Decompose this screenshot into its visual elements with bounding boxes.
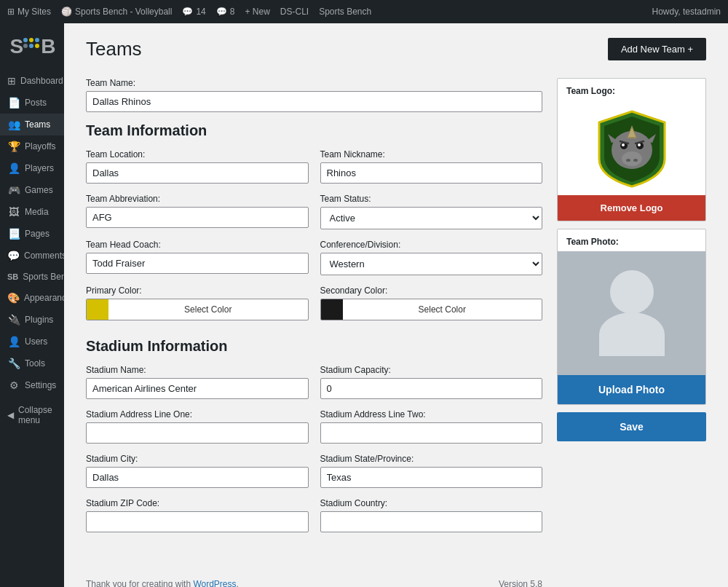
team-nickname-input[interactable] <box>320 162 543 184</box>
adminbar-comments[interactable]: 💬 14 <box>182 7 205 17</box>
team-nickname-label: Team Nickname: <box>320 149 543 159</box>
conference-division-group: Conference/Division: Western Eastern Cen… <box>320 240 543 275</box>
sidebar-item-media[interactable]: 🖼 Media <box>0 201 64 223</box>
stadium-capacity-input[interactable] <box>320 378 543 399</box>
add-new-team-button[interactable]: Add New Team + <box>608 38 706 60</box>
admin-bar: ⊞ My Sites 🏐 Sports Bench - Volleyball 💬… <box>0 0 728 23</box>
logo-dot-1 <box>23 38 28 42</box>
secondary-color-label: Secondary Color: <box>320 285 543 296</box>
media-icon: 🖼 <box>7 206 20 218</box>
posts-icon: 📄 <box>7 97 20 109</box>
sidebar-item-tools[interactable]: 🔧 Tools <box>0 352 64 374</box>
ds-cli-label: DS-CLI <box>280 7 309 17</box>
footer: Thank you for creating with WordPress. V… <box>86 572 542 587</box>
sidebar-item-dashboard[interactable]: ⊞ Dashboard <box>0 70 64 92</box>
conference-division-select[interactable]: Western Eastern Central <box>320 253 543 275</box>
primary-color-label: Primary Color: <box>86 285 309 296</box>
collapse-menu[interactable]: ◀ Collapse menu <box>0 399 64 431</box>
new-label: + New <box>245 7 269 17</box>
sidebar-item-settings[interactable]: ⚙ Settings <box>0 374 64 396</box>
stadium-state-input[interactable] <box>320 467 543 488</box>
team-name-input[interactable] <box>86 91 542 112</box>
sidebar-item-comments[interactable]: 💬 Comments 6 <box>0 245 64 267</box>
primary-color-select-button[interactable]: Select Color <box>108 304 308 315</box>
footer-version: Version 5.8 <box>499 579 542 587</box>
stadium-city-group: Stadium City: <box>86 454 309 488</box>
sidebar-item-plugins[interactable]: 🔌 Plugins <box>0 309 64 331</box>
rhino-logo-image <box>592 108 672 188</box>
sidebar-item-teams[interactable]: 👥 Teams <box>0 114 64 135</box>
sidebar-nav: ⊞ Dashboard 📄 Posts 👥 Teams 🏆 Playoffs 👤… <box>0 70 64 396</box>
collapse-label: Collapse menu <box>18 405 57 425</box>
players-icon: 👤 <box>7 162 20 174</box>
stadium-info-section-title: Stadium Information <box>86 338 542 355</box>
secondary-color-picker[interactable]: Select Color <box>320 299 543 320</box>
stadium-country-input[interactable] <box>320 511 543 532</box>
stadium-country-group: Stadium Country: <box>320 498 543 532</box>
pages-icon: 📃 <box>7 228 20 240</box>
sidebar-item-users[interactable]: 👤 Users <box>0 331 64 352</box>
primary-color-picker[interactable]: Select Color <box>86 299 309 320</box>
secondary-color-select-button[interactable]: Select Color <box>343 304 542 315</box>
primary-color-swatch <box>87 299 108 320</box>
team-abbreviation-group: Team Abbreviation: <box>86 194 309 229</box>
games-icon: 🎮 <box>7 184 20 196</box>
stadium-name-input[interactable] <box>86 378 309 399</box>
team-head-coach-label: Team Head Coach: <box>86 240 309 250</box>
sidebar-item-games[interactable]: 🎮 Games <box>0 179 64 201</box>
logo-dot-4 <box>23 44 28 48</box>
team-location-input[interactable] <box>86 162 309 184</box>
stadium-zip-input[interactable] <box>86 511 309 532</box>
form-area: Team Name: Team Information Team Locatio… <box>86 78 542 587</box>
stadium-address2-input[interactable] <box>320 422 543 444</box>
stadium-address2-label: Stadium Address Line Two: <box>320 409 543 419</box>
adminbar-new[interactable]: + New <box>245 7 269 17</box>
wp-icon: ⊞ <box>7 7 15 17</box>
adminbar-updates[interactable]: 💬 8 <box>216 7 235 17</box>
adminbar-my-sites[interactable]: ⊞ My Sites <box>7 7 51 17</box>
team-head-coach-input[interactable] <box>86 253 309 274</box>
stadium-address1-input[interactable] <box>86 422 309 444</box>
comments-nav-icon: 💬 <box>7 250 20 261</box>
svg-point-3 <box>622 143 625 146</box>
upload-photo-button[interactable]: Upload Photo <box>558 375 705 404</box>
adminbar-site-name[interactable]: 🏐 Sports Bench - Volleyball <box>61 7 172 17</box>
logo-dot-6 <box>35 44 39 48</box>
team-photo-label: Team Photo: <box>558 229 705 251</box>
team-photo-panel: Team Photo: Upload Photo <box>557 229 706 405</box>
team-status-select[interactable]: Active Inactive <box>320 207 543 229</box>
adminbar-ds-cli[interactable]: DS-CLI <box>280 7 309 17</box>
team-status-label: Team Status: <box>320 194 543 204</box>
stadium-country-label: Stadium Country: <box>320 498 543 508</box>
sidebar-item-pages[interactable]: 📃 Pages <box>0 223 64 245</box>
sports-bench-adminbar-label: Sports Bench <box>319 7 371 17</box>
sidebar-item-posts[interactable]: 📄 Posts <box>0 92 64 114</box>
avatar-placeholder <box>599 270 665 356</box>
team-abbreviation-input[interactable] <box>86 207 309 228</box>
sidebar-item-appearance[interactable]: 🎨 Appearance <box>0 287 64 309</box>
avatar-body <box>599 312 665 356</box>
team-location-label: Team Location: <box>86 149 309 159</box>
adminbar-sports-bench[interactable]: Sports Bench <box>319 7 371 17</box>
updates-icon: 💬 <box>216 7 227 17</box>
footer-wordpress-link[interactable]: WordPress <box>193 579 236 587</box>
team-logo-panel: Team Logo: <box>557 78 706 221</box>
site-icon: 🏐 <box>61 7 72 17</box>
remove-logo-button[interactable]: Remove Logo <box>558 195 705 221</box>
stadium-city-input[interactable] <box>86 467 309 488</box>
dashboard-icon: ⊞ <box>7 75 16 87</box>
teams-icon: 👥 <box>7 119 20 130</box>
save-button[interactable]: Save <box>557 412 706 441</box>
team-abbreviation-label: Team Abbreviation: <box>86 194 309 204</box>
sports-bench-nav-icon: SB <box>7 272 18 281</box>
playoffs-icon: 🏆 <box>7 141 20 152</box>
sidebar-item-sports-bench[interactable]: SB Sports Bench <box>0 267 64 287</box>
sidebar-item-playoffs[interactable]: 🏆 Playoffs <box>0 135 64 157</box>
svg-point-5 <box>622 151 642 166</box>
comments-count: 14 <box>196 7 205 17</box>
stadium-city-label: Stadium City: <box>86 454 309 464</box>
logo-dot-2 <box>29 38 33 42</box>
sidebar-logo: S B <box>0 26 64 70</box>
stadium-address1-label: Stadium Address Line One: <box>86 409 309 419</box>
sidebar-item-players[interactable]: 👤 Players <box>0 157 64 179</box>
